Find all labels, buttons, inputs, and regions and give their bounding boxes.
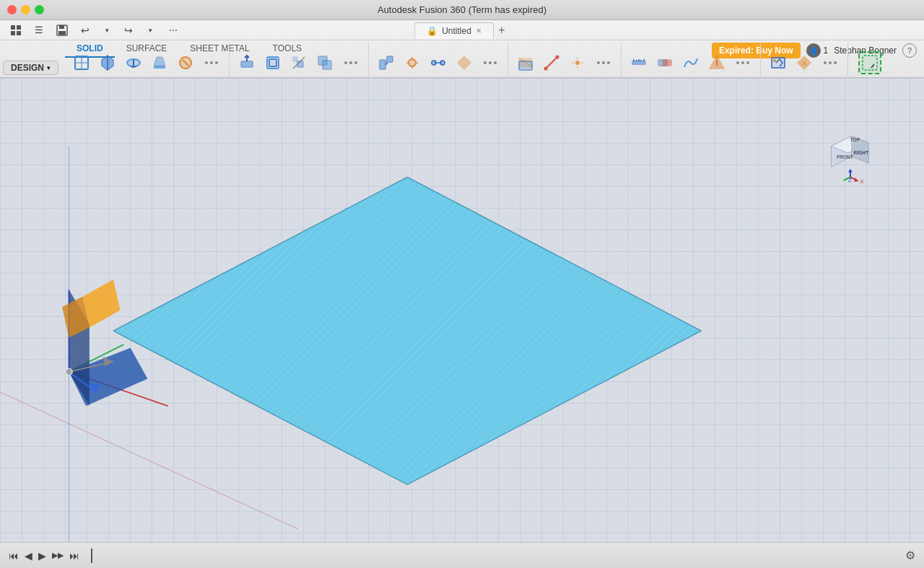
- svg-point-36: [489, 61, 492, 64]
- close-button[interactable]: [7, 5, 17, 14]
- svg-marker-34: [458, 56, 471, 69]
- svg-text:TOP: TOP: [850, 137, 860, 142]
- measure-button[interactable]: [627, 51, 650, 74]
- skip-forward-button[interactable]: ⏭: [69, 550, 79, 562]
- select-button[interactable]: [858, 51, 881, 74]
- svg-point-43: [575, 61, 580, 65]
- svg-marker-14: [154, 57, 165, 66]
- tab-close-button[interactable]: ✕: [476, 27, 481, 35]
- undo-redo-group: ↩ ▾ ↪ ▾: [75, 20, 160, 40]
- svg-point-33: [440, 61, 445, 65]
- svg-rect-6: [58, 31, 66, 35]
- axis-button[interactable]: [540, 51, 563, 74]
- svg-point-18: [215, 61, 218, 64]
- inspect-more-button[interactable]: [731, 51, 754, 74]
- svg-marker-92: [848, 169, 853, 172]
- svg-marker-95: [855, 178, 859, 182]
- svg-rect-30: [387, 56, 393, 62]
- viewport[interactable]: FRONT TOP RIGHT Z X: [0, 78, 924, 542]
- grid-menu-button[interactable]: [6, 20, 26, 40]
- design-dropdown[interactable]: DESIGN ▾: [3, 61, 58, 75]
- insert-canvas-button[interactable]: [767, 51, 790, 74]
- extrude-button[interactable]: [96, 51, 119, 74]
- insert-icons: A: [767, 51, 842, 74]
- new-tab-button[interactable]: +: [494, 22, 510, 38]
- scale-button[interactable]: [287, 51, 310, 74]
- shell-button[interactable]: [261, 51, 284, 74]
- modify-icons: [235, 51, 362, 74]
- help-button[interactable]: ?: [902, 43, 917, 58]
- document-tab[interactable]: 🔒 Untitled ✕: [414, 22, 494, 39]
- svg-point-56: [773, 59, 776, 62]
- construct-more-button[interactable]: [592, 51, 615, 74]
- forward-button[interactable]: ▶▶: [52, 551, 64, 560]
- construct-icons: [514, 51, 615, 74]
- loft-button[interactable]: [148, 51, 171, 74]
- curvature-comb-button[interactable]: [679, 51, 702, 74]
- svg-text:RIGHT: RIGHT: [854, 150, 869, 155]
- svg-rect-5: [59, 25, 64, 29]
- back-button[interactable]: ◀: [25, 550, 32, 562]
- interference-button[interactable]: [653, 51, 676, 74]
- skip-back-button[interactable]: ⏮: [9, 550, 19, 562]
- window-controls: [7, 5, 44, 14]
- new-component-button[interactable]: [375, 51, 398, 74]
- combine-button[interactable]: [313, 51, 336, 74]
- svg-rect-22: [297, 61, 303, 67]
- tab-title: Untitled: [442, 26, 471, 36]
- motion-link-button[interactable]: [427, 51, 450, 74]
- svg-rect-23: [293, 57, 297, 61]
- svg-point-60: [829, 61, 832, 64]
- assemble-more-button[interactable]: [479, 51, 502, 74]
- svg-point-45: [602, 61, 605, 64]
- svg-rect-29: [380, 60, 385, 69]
- select-icons: [858, 51, 881, 74]
- svg-rect-62: [863, 56, 877, 70]
- app-title: Autodesk Fusion 360 (Term has expired): [378, 4, 546, 15]
- svg-rect-49: [663, 60, 671, 66]
- redo-dropdown[interactable]: ▾: [140, 20, 160, 40]
- undo-dropdown[interactable]: ▾: [97, 20, 117, 40]
- assemble-icons: [375, 51, 502, 74]
- minimize-button[interactable]: [21, 5, 30, 14]
- create-more-button[interactable]: [200, 51, 223, 74]
- save-button[interactable]: [52, 20, 72, 40]
- svg-rect-19: [241, 61, 253, 67]
- sketch-button[interactable]: [70, 51, 93, 74]
- fillet-button[interactable]: [174, 51, 197, 74]
- svg-text:A: A: [802, 60, 806, 67]
- svg-rect-0: [11, 25, 15, 30]
- settings-button[interactable]: ⚙: [905, 549, 915, 562]
- undo-button[interactable]: ↩: [75, 20, 95, 40]
- insert-more-button[interactable]: [819, 51, 842, 74]
- decal-button[interactable]: A: [793, 51, 816, 74]
- press-pull-button[interactable]: [235, 51, 258, 74]
- svg-rect-40: [519, 61, 532, 70]
- file-menu-button[interactable]: ☰: [29, 20, 49, 40]
- redo-button[interactable]: ↪: [118, 20, 139, 40]
- playback-controls: ⏮ ◀ ▶ ▶▶ ⏭: [9, 549, 92, 563]
- titlebar: Autodesk Fusion 360 (Term has expired): [0, 0, 924, 20]
- point-button[interactable]: [566, 51, 589, 74]
- draft-analysis-button[interactable]: [705, 51, 728, 74]
- create-icons: [70, 51, 223, 74]
- revolve-button[interactable]: [122, 51, 145, 74]
- svg-point-59: [824, 61, 827, 64]
- svg-rect-13: [154, 66, 165, 69]
- offset-plane-button[interactable]: [514, 51, 537, 74]
- svg-text:FRONT: FRONT: [837, 154, 853, 160]
- svg-point-26: [344, 61, 347, 64]
- play-button[interactable]: ▶: [38, 550, 46, 562]
- inspect-icons: [627, 51, 754, 74]
- timeline-marker[interactable]: [91, 549, 92, 563]
- modify-more-button[interactable]: [339, 51, 362, 74]
- contact-sets-button[interactable]: [453, 51, 476, 74]
- svg-text:X: X: [860, 178, 863, 185]
- svg-point-46: [607, 61, 610, 64]
- more-button[interactable]: ⋯: [163, 20, 183, 40]
- maximize-button[interactable]: [35, 5, 44, 14]
- svg-point-28: [354, 61, 357, 64]
- svg-point-53: [741, 61, 744, 64]
- joint-button[interactable]: [401, 51, 424, 74]
- svg-point-35: [484, 61, 487, 64]
